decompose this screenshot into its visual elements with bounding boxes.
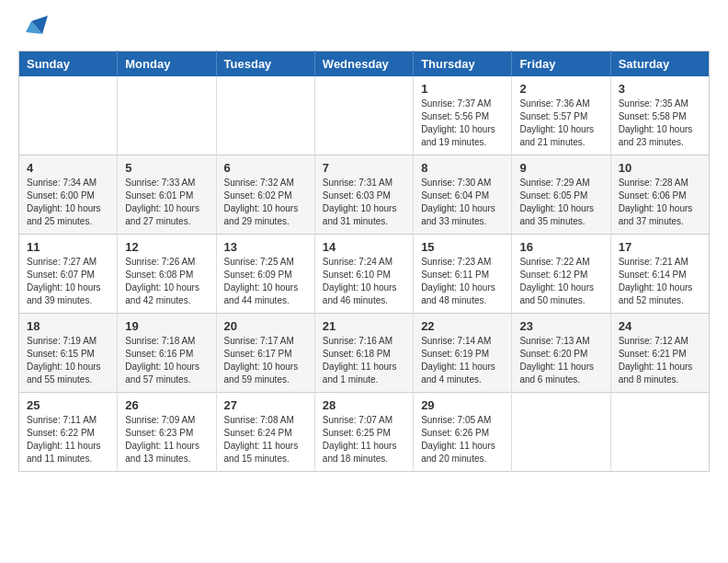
day-info: Sunrise: 7:37 AM Sunset: 5:56 PM Dayligh… xyxy=(421,98,504,149)
day-number: 9 xyxy=(519,161,602,175)
logo-icon xyxy=(22,14,50,41)
calendar-week-row: 1Sunrise: 7:37 AM Sunset: 5:56 PM Daylig… xyxy=(19,76,710,155)
day-info: Sunrise: 7:07 AM Sunset: 6:25 PM Dayligh… xyxy=(323,414,405,465)
calendar-cell: 12Sunrise: 7:26 AM Sunset: 6:08 PM Dayli… xyxy=(118,235,216,314)
calendar-cell: 21Sunrise: 7:16 AM Sunset: 6:18 PM Dayli… xyxy=(314,314,413,393)
calendar-cell: 9Sunrise: 7:29 AM Sunset: 6:05 PM Daylig… xyxy=(512,155,610,235)
day-info: Sunrise: 7:11 AM Sunset: 6:22 PM Dayligh… xyxy=(27,414,109,465)
calendar-table: SundayMondayTuesdayWednesdayThursdayFrid… xyxy=(18,51,710,472)
day-number: 10 xyxy=(619,161,701,175)
day-info: Sunrise: 7:12 AM Sunset: 6:21 PM Dayligh… xyxy=(619,335,701,386)
day-number: 4 xyxy=(27,161,109,175)
day-number: 11 xyxy=(27,240,109,254)
weekday-header: Monday xyxy=(118,52,216,77)
day-number: 26 xyxy=(125,398,208,412)
calendar-cell: 28Sunrise: 7:07 AM Sunset: 6:25 PM Dayli… xyxy=(314,393,413,472)
weekday-header: Tuesday xyxy=(216,52,314,77)
calendar-cell: 3Sunrise: 7:35 AM Sunset: 5:58 PM Daylig… xyxy=(610,76,709,155)
calendar-cell: 23Sunrise: 7:13 AM Sunset: 6:20 PM Dayli… xyxy=(512,314,610,393)
weekday-header: Sunday xyxy=(19,52,118,77)
calendar-cell xyxy=(314,76,413,155)
calendar-cell: 16Sunrise: 7:22 AM Sunset: 6:12 PM Dayli… xyxy=(512,235,610,314)
calendar-cell: 27Sunrise: 7:08 AM Sunset: 6:24 PM Dayli… xyxy=(216,393,314,472)
day-number: 15 xyxy=(421,240,504,254)
calendar-cell: 26Sunrise: 7:09 AM Sunset: 6:23 PM Dayli… xyxy=(118,393,216,472)
day-info: Sunrise: 7:33 AM Sunset: 6:01 PM Dayligh… xyxy=(125,177,208,228)
logo xyxy=(18,14,50,41)
calendar-cell: 7Sunrise: 7:31 AM Sunset: 6:03 PM Daylig… xyxy=(314,155,413,235)
calendar-cell: 25Sunrise: 7:11 AM Sunset: 6:22 PM Dayli… xyxy=(19,393,118,472)
day-info: Sunrise: 7:36 AM Sunset: 5:57 PM Dayligh… xyxy=(519,98,602,149)
day-info: Sunrise: 7:27 AM Sunset: 6:07 PM Dayligh… xyxy=(27,256,109,307)
day-info: Sunrise: 7:23 AM Sunset: 6:11 PM Dayligh… xyxy=(421,256,504,307)
day-info: Sunrise: 7:34 AM Sunset: 6:00 PM Dayligh… xyxy=(27,177,109,228)
day-number: 1 xyxy=(421,82,504,96)
calendar-cell: 19Sunrise: 7:18 AM Sunset: 6:16 PM Dayli… xyxy=(118,314,216,393)
calendar-cell: 1Sunrise: 7:37 AM Sunset: 5:56 PM Daylig… xyxy=(414,76,512,155)
day-info: Sunrise: 7:29 AM Sunset: 6:05 PM Dayligh… xyxy=(519,177,602,228)
day-info: Sunrise: 7:25 AM Sunset: 6:09 PM Dayligh… xyxy=(224,256,307,307)
calendar-cell: 14Sunrise: 7:24 AM Sunset: 6:10 PM Dayli… xyxy=(314,235,413,314)
day-info: Sunrise: 7:18 AM Sunset: 6:16 PM Dayligh… xyxy=(125,335,208,386)
calendar-cell xyxy=(610,393,709,472)
day-info: Sunrise: 7:14 AM Sunset: 6:19 PM Dayligh… xyxy=(421,335,504,386)
day-number: 16 xyxy=(519,240,602,254)
page-container: SundayMondayTuesdayWednesdayThursdayFrid… xyxy=(0,0,728,486)
calendar-cell: 10Sunrise: 7:28 AM Sunset: 6:06 PM Dayli… xyxy=(610,155,709,235)
day-info: Sunrise: 7:28 AM Sunset: 6:06 PM Dayligh… xyxy=(619,177,701,228)
calendar-cell xyxy=(512,393,610,472)
day-info: Sunrise: 7:05 AM Sunset: 6:26 PM Dayligh… xyxy=(421,414,504,465)
calendar-cell: 4Sunrise: 7:34 AM Sunset: 6:00 PM Daylig… xyxy=(19,155,118,235)
calendar-week-row: 4Sunrise: 7:34 AM Sunset: 6:00 PM Daylig… xyxy=(19,155,710,235)
day-info: Sunrise: 7:09 AM Sunset: 6:23 PM Dayligh… xyxy=(125,414,208,465)
day-number: 12 xyxy=(125,240,208,254)
day-info: Sunrise: 7:22 AM Sunset: 6:12 PM Dayligh… xyxy=(519,256,602,307)
day-number: 23 xyxy=(519,319,602,333)
day-number: 24 xyxy=(619,319,701,333)
day-number: 19 xyxy=(125,319,208,333)
calendar-cell xyxy=(216,76,314,155)
day-info: Sunrise: 7:19 AM Sunset: 6:15 PM Dayligh… xyxy=(27,335,109,386)
weekday-header: Wednesday xyxy=(314,52,413,77)
calendar-cell: 8Sunrise: 7:30 AM Sunset: 6:04 PM Daylig… xyxy=(414,155,512,235)
calendar-cell: 29Sunrise: 7:05 AM Sunset: 6:26 PM Dayli… xyxy=(414,393,512,472)
day-number: 17 xyxy=(619,240,701,254)
day-info: Sunrise: 7:35 AM Sunset: 5:58 PM Dayligh… xyxy=(619,98,701,149)
calendar-cell: 22Sunrise: 7:14 AM Sunset: 6:19 PM Dayli… xyxy=(414,314,512,393)
day-info: Sunrise: 7:17 AM Sunset: 6:17 PM Dayligh… xyxy=(224,335,307,386)
weekday-header: Friday xyxy=(512,52,610,77)
day-number: 20 xyxy=(224,319,307,333)
calendar-week-row: 18Sunrise: 7:19 AM Sunset: 6:15 PM Dayli… xyxy=(19,314,710,393)
calendar-cell: 11Sunrise: 7:27 AM Sunset: 6:07 PM Dayli… xyxy=(19,235,118,314)
day-info: Sunrise: 7:16 AM Sunset: 6:18 PM Dayligh… xyxy=(323,335,405,386)
day-info: Sunrise: 7:24 AM Sunset: 6:10 PM Dayligh… xyxy=(323,256,405,307)
day-number: 21 xyxy=(323,319,405,333)
calendar-week-row: 25Sunrise: 7:11 AM Sunset: 6:22 PM Dayli… xyxy=(19,393,710,472)
calendar-cell: 20Sunrise: 7:17 AM Sunset: 6:17 PM Dayli… xyxy=(216,314,314,393)
day-info: Sunrise: 7:30 AM Sunset: 6:04 PM Dayligh… xyxy=(421,177,504,228)
calendar-cell: 17Sunrise: 7:21 AM Sunset: 6:14 PM Dayli… xyxy=(610,235,709,314)
day-number: 27 xyxy=(224,398,307,412)
day-number: 28 xyxy=(323,398,405,412)
weekday-header: Thursday xyxy=(414,52,512,77)
day-number: 3 xyxy=(619,82,701,96)
day-number: 6 xyxy=(224,161,307,175)
day-number: 29 xyxy=(421,398,504,412)
day-info: Sunrise: 7:26 AM Sunset: 6:08 PM Dayligh… xyxy=(125,256,208,307)
day-number: 13 xyxy=(224,240,307,254)
calendar-cell: 6Sunrise: 7:32 AM Sunset: 6:02 PM Daylig… xyxy=(216,155,314,235)
day-info: Sunrise: 7:32 AM Sunset: 6:02 PM Dayligh… xyxy=(224,177,307,228)
day-number: 22 xyxy=(421,319,504,333)
calendar-cell: 15Sunrise: 7:23 AM Sunset: 6:11 PM Dayli… xyxy=(414,235,512,314)
calendar-cell: 5Sunrise: 7:33 AM Sunset: 6:01 PM Daylig… xyxy=(118,155,216,235)
day-number: 7 xyxy=(323,161,405,175)
weekday-header: Saturday xyxy=(610,52,709,77)
day-number: 8 xyxy=(421,161,504,175)
calendar-cell xyxy=(118,76,216,155)
day-number: 14 xyxy=(323,240,405,254)
day-number: 5 xyxy=(125,161,208,175)
day-info: Sunrise: 7:13 AM Sunset: 6:20 PM Dayligh… xyxy=(519,335,602,386)
calendar-cell: 18Sunrise: 7:19 AM Sunset: 6:15 PM Dayli… xyxy=(19,314,118,393)
day-number: 25 xyxy=(27,398,109,412)
calendar-header-row: SundayMondayTuesdayWednesdayThursdayFrid… xyxy=(19,52,710,77)
